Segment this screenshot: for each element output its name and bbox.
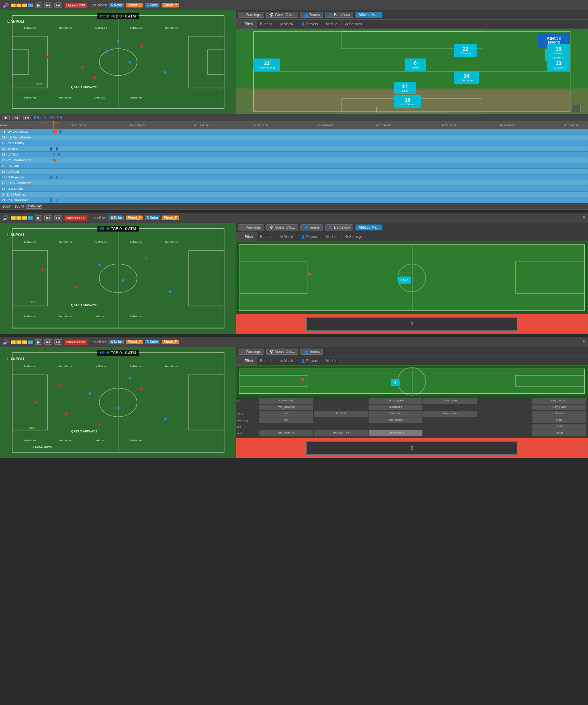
play-btn-c[interactable]: ▶ [35,339,42,345]
module-cell-2-3[interactable]: Anticipatio [369,405,422,410]
player-card-13[interactable]: 13 J.Oblak [547,59,570,71]
module-cell-1-1[interactable]: Loose_Ball [259,398,313,404]
warnings-btn-c[interactable]: ⚠ Warnings [238,349,264,355]
skip-back-btn-c[interactable]: ⏮ [44,339,52,345]
video-area-a[interactable]: betfair.es betfair.es betfair.es betfair… [0,10,236,114]
click-tag-4c[interactable]: Shoot_P [162,340,179,344]
click-tag-1b[interactable]: 6 Koke [109,215,124,220]
play-btn[interactable]: ▶ [35,2,42,8]
speaker-icon[interactable]: 🔊 [2,2,9,8]
skip-back-btn-b[interactable]: ⏮ [44,215,52,220]
tab-pitch-c[interactable]: ⬛ Pitch [236,356,257,365]
barcelona-btn-a[interactable]: 👤 Barcelona [325,12,353,18]
video-area-c[interactable]: betfair.es betfair.es betfair.es betfair… [0,347,236,458]
module-cell-3-3[interactable]: Ball_Line [369,411,422,417]
click-tag-1c[interactable]: 6 Koke [109,340,124,344]
click-tag-2a[interactable]: Shoot_2 [126,3,143,7]
markers-btn-b[interactable]: Markers OFF [64,215,87,221]
click-tag-3b[interactable]: 6 Koke [145,215,159,220]
player-card-21[interactable]: 21 Y.FerreiraCa [253,59,280,71]
tab-players-c[interactable]: 👤 Players [297,356,322,365]
module-cell-3-4[interactable]: Pass_Line [423,411,477,417]
module-cell-2-6[interactable]: Key_Pass [532,405,586,410]
teams-btn-c[interactable]: 👥 Teams [300,349,323,355]
module-cell-6-6[interactable]: Good [532,430,586,436]
tl-skip-a[interactable]: ⏮ [12,115,20,120]
skip-fwd-btn-c[interactable]: ⏭ [54,339,62,345]
tab-players-a[interactable]: 👤 Players [297,20,322,29]
module-cell-4-1[interactable]: left [259,417,313,423]
player-card-24[interactable]: 24 J.Giménez [454,71,479,84]
tab-module-b[interactable]: Module [322,232,341,241]
teams-btn-b[interactable]: 👥 Teams [300,224,323,230]
tab-pitch-a[interactable]: ⬛ Pitch [236,20,257,29]
click-tag-3c[interactable]: 6 Koke [145,340,159,344]
timeline-ruler-a: 40 |p 40 |p 00:00 00:11:00.00 00:12:00.0… [0,121,588,129]
tab-buttons-b[interactable]: Buttons [257,232,276,241]
play-btn-b[interactable]: ▶ [35,215,42,220]
player-card-22[interactable]: 22 T.Partey [454,44,477,57]
svg-text:betfair.es: betfair.es [24,96,37,99]
warnings-btn-b[interactable]: ⚠ Warnings [238,224,264,230]
click-tag-4a[interactable]: Shoot_Y [162,3,179,7]
skip-fwd-btn[interactable]: ⏭ [54,2,62,8]
atletico-btn-b[interactable]: Atlético Ma... [355,224,382,230]
module-cell-4-6[interactable]: Goal [532,417,586,423]
atletico-btn-a[interactable]: Atlético Ma... [355,12,382,18]
tab-matrix-b[interactable]: ⊞ Matrix [276,232,297,241]
module-cell-2-1[interactable]: Vol_Intercept [259,405,313,410]
player-card-15[interactable]: 15 S.Savić [547,44,570,57]
markers-btn-c[interactable]: Markers OFF [64,339,87,345]
module-cell-1-3[interactable]: Diff_Opportu [369,398,422,404]
module-cell-3-1[interactable]: left [259,411,313,417]
click-tag-3a[interactable]: 6 Koke [145,3,159,7]
tab-settings-a[interactable]: ⚙ Settings [341,20,366,29]
module-cell-1-6[interactable]: Key_Involv... [532,398,586,404]
module-cell-4-3[interactable]: Buff_Shoot [369,417,422,423]
module-cell-3-2[interactable]: Blocked [314,411,368,417]
module-cell-1-4[interactable]: Anticipatio [423,398,477,404]
tl-fwd-a[interactable]: ⏭ [23,115,31,120]
module-cell-6-1[interactable]: left_Table_St [259,430,313,436]
click-tag-2c[interactable]: Shoot_2 [126,340,143,344]
tab-buttons-a[interactable]: Buttons [257,20,276,29]
tab-matrix-a[interactable]: ⊞ Matrix [276,20,297,29]
tab-buttons-c[interactable]: Buttons [257,356,276,365]
module-cell-6-3[interactable]: Counterattack [369,430,422,436]
svg-text:betfair.es: betfair.es [95,365,107,368]
player-card-17[interactable]: 17 Saúl [394,82,416,94]
tab-players-b[interactable]: 👤 Players [297,232,322,241]
warnings-btn-a[interactable]: ⚠ Warnings [238,12,264,18]
tab-module-a[interactable]: Module [322,20,341,29]
tab-matrix-c[interactable]: ⊞ Matrix [276,356,297,365]
goals-btn-b[interactable]: ⚽ Goals-Offs... [266,224,298,230]
video-area-b[interactable]: betfair.es betfair.es betfair.es betfair… [0,223,236,334]
speaker-icon-c[interactable]: 🔊 [2,339,9,345]
koke-dot-b[interactable]: Koke [398,277,411,284]
click-tag-1a[interactable]: 6 Koke [109,3,124,7]
thumbnail-a[interactable] [572,105,581,112]
tab-module-c[interactable]: Module [322,356,341,365]
tab-settings-b[interactable]: ⚙ Settings [341,232,366,241]
tab-pitch-b[interactable]: ⬛ Pitch [236,232,257,241]
module-cell-5-6[interactable]: Bad [532,424,586,430]
zoom-select-a[interactable]: 100% [26,204,42,209]
close-btn-c[interactable]: ✕ [582,339,586,344]
module-cell-3-6[interactable]: Assist [532,411,586,417]
skip-fwd-btn-b[interactable]: ⏭ [54,215,62,220]
teams-btn-a[interactable]: 👥 Teams [300,12,323,18]
goals-btn-c[interactable]: ⚽ Goals-Offs... [266,349,298,355]
click-tag-2b[interactable]: Shoot_2 [126,215,143,220]
player-dot-c[interactable]: 6 [391,379,400,386]
markers-btn-a[interactable]: Markers OFF [64,2,87,8]
skip-back-btn[interactable]: ⏮ [44,2,52,8]
tl-play-btn-a[interactable]: ▶ [2,115,10,120]
player-card-18[interactable]: 18 JesúsGámez [394,95,421,108]
barcelona-btn-b[interactable]: 👤 Barcelona [325,224,353,230]
close-btn-b[interactable]: ✕ [582,214,586,220]
speaker-icon-b[interactable]: 🔊 [2,215,9,221]
player-card-6[interactable]: 6 Koke [405,59,426,71]
goals-btn-a[interactable]: ⚽ Goals-Offs... [266,12,298,18]
click-tag-4b[interactable]: Shoot_P [162,215,179,220]
module-cell-6-2[interactable]: Transash_Pa [314,430,368,436]
